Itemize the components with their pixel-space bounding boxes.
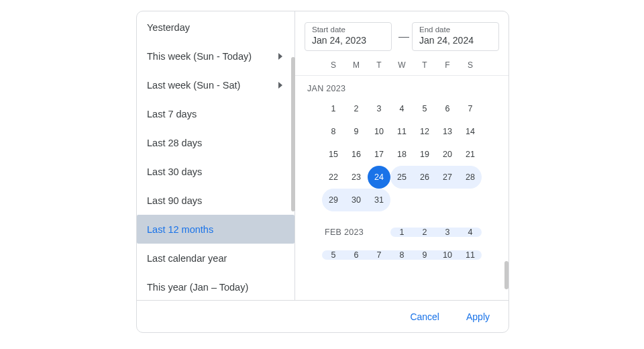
date-range-separator: — [398,31,405,43]
calendar-day[interactable]: 19 [413,143,436,166]
calendar-day[interactable]: 2 [413,228,436,237]
chevron-right-icon [278,82,282,89]
calendar-day[interactable]: 16 [345,143,368,166]
calendar-day[interactable]: 9 [413,250,436,260]
calendar-panel: Start date Jan 24, 2023 — End date Jan 2… [295,11,508,300]
calendar-day[interactable]: 30 [345,189,368,211]
preset-last-calendar-year[interactable]: Last calendar year [137,244,294,272]
calendar-day[interactable]: 6 [436,97,459,120]
cancel-button[interactable]: Cancel [406,311,443,323]
end-date-field[interactable]: End date Jan 24, 2024 [412,22,499,51]
end-date-label: End date [419,26,492,34]
calendar-day[interactable]: 10 [368,120,390,143]
calendar-day[interactable]: 10 [436,250,459,260]
calendar-day[interactable]: 23 [345,166,368,189]
calendar-day[interactable]: 31 [368,189,390,211]
preset-label: Last 90 days [147,195,202,206]
preset-last-30-days[interactable]: Last 30 days [137,157,294,186]
calendar-scrollbar[interactable] [504,261,508,289]
month-label: FEB 2023 [322,228,390,237]
month-grid: 567891011 [305,244,499,266]
preset-label: This year (Jan – Today) [147,282,248,293]
calendar-day[interactable]: 18 [390,143,413,166]
calendar-day[interactable]: 7 [459,97,482,120]
calendar-day[interactable]: 25 [390,166,413,189]
preset-label: Last 7 days [147,109,197,119]
start-date-field[interactable]: Start date Jan 24, 2023 [305,22,392,51]
calendar-day[interactable]: 11 [390,120,413,143]
calendar-day[interactable]: 21 [459,143,482,166]
calendar-day[interactable]: 13 [436,120,459,143]
preset-label: Last 30 days [147,166,202,177]
calendar-day[interactable]: 29 [322,189,345,211]
calendar-day[interactable]: 28 [459,166,482,189]
calendar-day[interactable]: 4 [459,228,482,237]
calendar-day[interactable]: 14 [459,120,482,143]
dow-label: T [368,60,390,70]
calendar-day[interactable]: 1 [322,97,345,120]
preset-label: Last week (Sun - Sat) [147,80,240,91]
dow-label: S [459,60,482,70]
preset-last-28-days[interactable]: Last 28 days [137,128,294,157]
month-label: JAN 2023 [305,76,499,97]
calendar-day[interactable]: 15 [322,143,345,166]
calendar-day[interactable]: 2 [345,97,368,120]
preset-label: Last 28 days [147,138,202,148]
calendar-day[interactable]: 5 [322,250,345,260]
calendar-day[interactable]: 7 [368,250,390,260]
calendar-day[interactable]: 20 [436,143,459,166]
calendar-day[interactable]: 5 [413,97,436,120]
start-date-value: Jan 24, 2023 [312,34,384,46]
month-grid: FEB 20231234 [305,221,499,244]
preset-this-week-sun-today[interactable]: This week (Sun - Today) [137,42,294,70]
dow-label: T [413,60,436,70]
apply-button[interactable]: Apply [462,311,494,323]
preset-last-90-days[interactable]: Last 90 days [137,186,294,215]
preset-label: This week (Sun - Today) [147,51,252,62]
dow-label: S [322,60,345,70]
preset-last-week-sun-sat[interactable]: Last week (Sun - Sat) [137,70,294,99]
calendar-day[interactable]: 27 [436,166,459,189]
preset-label: Last 12 months [147,224,213,235]
start-date-label: Start date [312,26,384,34]
dow-label: M [345,60,368,70]
calendar-day[interactable]: 26 [413,166,436,189]
calendar-day[interactable]: 1 [390,228,413,237]
day-of-week-header: SMTWTFS [295,58,508,76]
calendar-months[interactable]: JAN 202312345678910111213141516171819202… [295,76,508,300]
calendar-day[interactable]: 12 [413,120,436,143]
calendar-day[interactable]: 4 [390,97,413,120]
date-range-picker: YesterdayThis week (Sun - Today)Last wee… [136,11,509,333]
calendar-day[interactable]: 9 [345,120,368,143]
dow-label: W [390,60,413,70]
chevron-right-icon [278,53,282,60]
preset-sidebar: YesterdayThis week (Sun - Today)Last wee… [137,11,295,300]
preset-label: Last calendar year [147,253,227,264]
calendar-day[interactable]: 6 [345,250,368,260]
calendar-day[interactable]: 22 [322,166,345,189]
end-date-value: Jan 24, 2024 [419,34,492,46]
month-grid: 1234567891011121314151617181920212223242… [305,97,499,211]
preset-yesterday[interactable]: Yesterday [137,13,294,42]
calendar-day[interactable]: 8 [390,250,413,260]
calendar-day[interactable]: 24 [368,166,390,189]
calendar-day[interactable]: 17 [368,143,390,166]
calendar-day[interactable]: 8 [322,120,345,143]
preset-last-7-days[interactable]: Last 7 days [137,99,294,128]
dow-label: F [436,60,459,70]
dialog-footer: Cancel Apply [137,300,508,333]
preset-label: Yesterday [147,22,190,33]
calendar-day[interactable]: 3 [368,97,390,120]
calendar-day[interactable]: 3 [436,228,459,237]
calendar-day[interactable]: 11 [459,250,482,260]
preset-last-12-months[interactable]: Last 12 months [137,215,294,244]
preset-this-year-jan-today[interactable]: This year (Jan – Today) [137,272,294,300]
